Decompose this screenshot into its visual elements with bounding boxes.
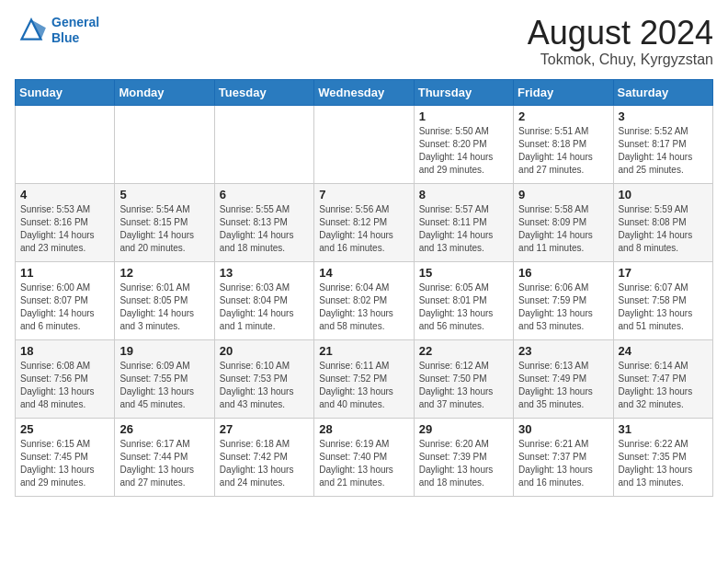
week-row: 1Sunrise: 5:50 AMSunset: 8:20 PMDaylight…: [16, 105, 713, 183]
day-info: Sunrise: 6:20 AMSunset: 7:39 PMDaylight:…: [419, 438, 508, 489]
calendar-cell: 23Sunrise: 6:13 AMSunset: 7:49 PMDayligh…: [514, 339, 613, 418]
day-info: Sunrise: 6:11 AMSunset: 7:52 PMDaylight:…: [319, 360, 408, 411]
day-number: 1: [419, 109, 508, 123]
weekday-header: Friday: [514, 79, 613, 105]
location: Tokmok, Chuy, Kyrgyzstan: [528, 52, 713, 68]
day-number: 14: [319, 266, 408, 280]
day-number: 21: [319, 344, 408, 358]
calendar-cell: 21Sunrise: 6:11 AMSunset: 7:52 PMDayligh…: [314, 339, 414, 418]
calendar-cell: 28Sunrise: 6:19 AMSunset: 7:40 PMDayligh…: [314, 418, 414, 496]
day-info: Sunrise: 5:52 AMSunset: 8:17 PMDaylight:…: [619, 125, 708, 177]
day-number: 17: [619, 266, 708, 280]
weekday-header: Saturday: [613, 79, 712, 105]
day-info: Sunrise: 6:03 AMSunset: 8:04 PMDaylight:…: [220, 282, 309, 333]
day-info: Sunrise: 6:13 AMSunset: 7:49 PMDaylight:…: [518, 360, 608, 411]
weekday-header: Sunday: [16, 79, 115, 105]
logo-text: General Blue: [51, 15, 99, 46]
calendar-cell: 16Sunrise: 6:06 AMSunset: 7:59 PMDayligh…: [514, 261, 613, 339]
day-number: 2: [518, 109, 608, 123]
day-number: 24: [619, 344, 708, 358]
day-number: 16: [518, 266, 608, 280]
day-info: Sunrise: 5:56 AMSunset: 8:12 PMDaylight:…: [319, 203, 408, 255]
calendar-cell: 12Sunrise: 6:01 AMSunset: 8:05 PMDayligh…: [115, 261, 214, 339]
day-number: 19: [119, 344, 209, 358]
day-number: 3: [619, 109, 708, 123]
day-info: Sunrise: 6:09 AMSunset: 7:55 PMDaylight:…: [119, 360, 209, 411]
week-row: 25Sunrise: 6:15 AMSunset: 7:45 PMDayligh…: [16, 418, 713, 496]
day-info: Sunrise: 6:14 AMSunset: 7:47 PMDaylight:…: [619, 360, 708, 411]
day-number: 15: [419, 266, 508, 280]
day-number: 28: [319, 422, 408, 436]
calendar-cell: 15Sunrise: 6:05 AMSunset: 8:01 PMDayligh…: [414, 261, 513, 339]
calendar-cell: 29Sunrise: 6:20 AMSunset: 7:39 PMDayligh…: [414, 418, 513, 496]
day-number: 25: [20, 422, 109, 436]
calendar-cell: 11Sunrise: 6:00 AMSunset: 8:07 PMDayligh…: [16, 261, 115, 339]
day-info: Sunrise: 6:10 AMSunset: 7:53 PMDaylight:…: [220, 360, 309, 411]
day-info: Sunrise: 6:04 AMSunset: 8:02 PMDaylight:…: [319, 282, 408, 333]
day-number: 29: [419, 422, 508, 436]
day-info: Sunrise: 6:17 AMSunset: 7:44 PMDaylight:…: [119, 438, 209, 489]
day-info: Sunrise: 6:05 AMSunset: 8:01 PMDaylight:…: [419, 282, 508, 333]
day-info: Sunrise: 6:15 AMSunset: 7:45 PMDaylight:…: [20, 438, 109, 489]
day-number: 11: [20, 266, 109, 280]
calendar-cell: 4Sunrise: 5:53 AMSunset: 8:16 PMDaylight…: [16, 183, 115, 261]
calendar-cell: 6Sunrise: 5:55 AMSunset: 8:13 PMDaylight…: [214, 183, 313, 261]
day-number: 18: [20, 344, 109, 358]
calendar-cell: 27Sunrise: 6:18 AMSunset: 7:42 PMDayligh…: [214, 418, 313, 496]
day-info: Sunrise: 5:55 AMSunset: 8:13 PMDaylight:…: [220, 203, 309, 255]
day-number: 12: [119, 266, 209, 280]
calendar-cell: [314, 105, 414, 183]
weekday-header: Tuesday: [214, 79, 313, 105]
calendar-cell: 1Sunrise: 5:50 AMSunset: 8:20 PMDaylight…: [414, 105, 513, 183]
calendar-cell: 9Sunrise: 5:58 AMSunset: 8:09 PMDaylight…: [514, 183, 613, 261]
day-info: Sunrise: 5:58 AMSunset: 8:09 PMDaylight:…: [518, 203, 608, 255]
page-header: General Blue August 2024 Tokmok, Chuy, K…: [15, 15, 713, 68]
calendar-cell: 5Sunrise: 5:54 AMSunset: 8:15 PMDaylight…: [115, 183, 214, 261]
calendar-cell: [115, 105, 214, 183]
logo-icon: [15, 17, 48, 44]
calendar-cell: 8Sunrise: 5:57 AMSunset: 8:11 PMDaylight…: [414, 183, 513, 261]
day-info: Sunrise: 6:18 AMSunset: 7:42 PMDaylight:…: [220, 438, 309, 489]
calendar-cell: 26Sunrise: 6:17 AMSunset: 7:44 PMDayligh…: [115, 418, 214, 496]
day-info: Sunrise: 5:51 AMSunset: 8:18 PMDaylight:…: [518, 125, 608, 177]
day-number: 8: [419, 188, 508, 201]
day-number: 9: [518, 188, 608, 201]
title-block: August 2024 Tokmok, Chuy, Kyrgyzstan: [528, 15, 713, 68]
day-info: Sunrise: 6:12 AMSunset: 7:50 PMDaylight:…: [419, 360, 508, 411]
calendar-cell: 31Sunrise: 6:22 AMSunset: 7:35 PMDayligh…: [613, 418, 712, 496]
calendar-cell: 14Sunrise: 6:04 AMSunset: 8:02 PMDayligh…: [314, 261, 414, 339]
calendar-cell: 22Sunrise: 6:12 AMSunset: 7:50 PMDayligh…: [414, 339, 513, 418]
calendar-cell: 3Sunrise: 5:52 AMSunset: 8:17 PMDaylight…: [613, 105, 712, 183]
calendar-cell: 20Sunrise: 6:10 AMSunset: 7:53 PMDayligh…: [214, 339, 313, 418]
day-number: 31: [619, 422, 708, 436]
day-number: 4: [20, 188, 109, 201]
calendar-cell: 7Sunrise: 5:56 AMSunset: 8:12 PMDaylight…: [314, 183, 414, 261]
day-info: Sunrise: 5:54 AMSunset: 8:15 PMDaylight:…: [119, 203, 209, 255]
calendar-cell: 24Sunrise: 6:14 AMSunset: 7:47 PMDayligh…: [613, 339, 712, 418]
calendar-cell: [16, 105, 115, 183]
calendar-table: SundayMondayTuesdayWednesdayThursdayFrid…: [15, 79, 713, 497]
logo: General Blue: [15, 15, 99, 46]
week-row: 18Sunrise: 6:08 AMSunset: 7:56 PMDayligh…: [16, 339, 713, 418]
week-row: 4Sunrise: 5:53 AMSunset: 8:16 PMDaylight…: [16, 183, 713, 261]
calendar-cell: 13Sunrise: 6:03 AMSunset: 8:04 PMDayligh…: [214, 261, 313, 339]
calendar-cell: 25Sunrise: 6:15 AMSunset: 7:45 PMDayligh…: [16, 418, 115, 496]
day-number: 6: [220, 188, 309, 201]
day-number: 13: [220, 266, 309, 280]
calendar-cell: 19Sunrise: 6:09 AMSunset: 7:55 PMDayligh…: [115, 339, 214, 418]
calendar-cell: 30Sunrise: 6:21 AMSunset: 7:37 PMDayligh…: [514, 418, 613, 496]
day-info: Sunrise: 6:01 AMSunset: 8:05 PMDaylight:…: [119, 282, 209, 333]
day-info: Sunrise: 5:53 AMSunset: 8:16 PMDaylight:…: [20, 203, 109, 255]
day-info: Sunrise: 5:50 AMSunset: 8:20 PMDaylight:…: [419, 125, 508, 177]
week-row: 11Sunrise: 6:00 AMSunset: 8:07 PMDayligh…: [16, 261, 713, 339]
day-number: 5: [119, 188, 209, 201]
month-title: August 2024: [528, 15, 713, 52]
day-info: Sunrise: 6:06 AMSunset: 7:59 PMDaylight:…: [518, 282, 608, 333]
day-number: 10: [619, 188, 708, 201]
day-number: 30: [518, 422, 608, 436]
calendar-cell: [214, 105, 313, 183]
day-number: 23: [518, 344, 608, 358]
weekday-header: Thursday: [414, 79, 513, 105]
calendar-cell: 18Sunrise: 6:08 AMSunset: 7:56 PMDayligh…: [16, 339, 115, 418]
weekday-header: Monday: [115, 79, 214, 105]
